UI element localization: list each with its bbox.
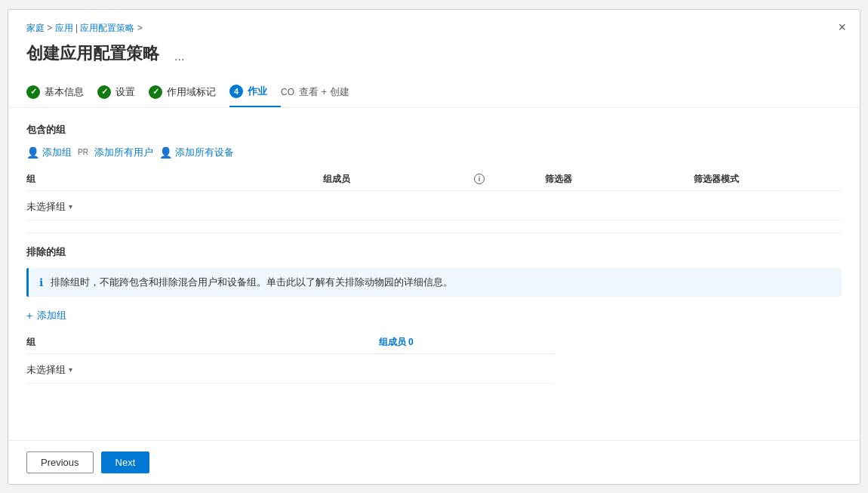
page-title: 创建应用配置策略: [26, 42, 159, 65]
step-label-scope: 作用域标记: [167, 85, 216, 99]
ex-col-members[interactable]: 组成员 0: [379, 336, 555, 349]
ellipsis-menu[interactable]: ...: [174, 50, 184, 63]
modal-footer: Previous Next: [8, 440, 860, 484]
excluded-section-title: 排除的组: [26, 245, 842, 259]
action-separator-1: PR: [78, 148, 88, 156]
excluded-group-dropdown[interactable]: 未选择组: [26, 363, 379, 377]
info-icon: ℹ: [39, 276, 43, 288]
info-box-text: 排除组时，不能跨包含和排除混合用户和设备组。单击此以了解有关排除动物园的详细信息…: [51, 276, 453, 289]
person-icon-2: 👤: [159, 146, 172, 159]
step-label-basic: 基本信息: [45, 85, 84, 99]
breadcrumb-policy[interactable]: 应用配置策略: [80, 23, 134, 33]
breadcrumb-sep1: >: [47, 23, 54, 33]
included-actions: 👤 添加组 PR 添加所有用户 👤 添加所有设备: [26, 146, 842, 159]
excluded-table-header: 组 组成员 0: [26, 331, 555, 354]
included-group-dropdown[interactable]: 未选择组: [26, 200, 323, 214]
step-number-assignments: 4: [229, 85, 243, 98]
excluded-add-group-label: 添加组: [37, 309, 66, 322]
section-divider: [26, 233, 842, 233]
included-section-title: 包含的组: [26, 123, 842, 137]
step-assignments[interactable]: 4 作业: [229, 77, 281, 107]
step-settings[interactable]: 设置: [97, 78, 149, 106]
add-all-devices-link[interactable]: 添加所有设备: [175, 146, 234, 159]
breadcrumb-app[interactable]: 应用: [55, 23, 73, 33]
col-filter: 筛选器: [545, 173, 693, 186]
included-table-row: 未选择组: [26, 194, 842, 220]
members-info-icon[interactable]: i: [474, 174, 485, 184]
next-button[interactable]: Next: [101, 451, 150, 473]
col-info: i: [471, 173, 545, 186]
create-policy-modal: 家庭 > 应用 | 应用配置策略 > 创建应用配置策略 ... × 基本信息 设…: [8, 9, 860, 485]
excluded-add-group-btn[interactable]: + 添加组: [26, 309, 842, 322]
step-label-review: 查看 + 创建: [299, 85, 349, 99]
excluded-table-row: 未选择组: [26, 357, 555, 384]
step-prefix-review: CO: [281, 87, 294, 97]
modal-content: 包含的组 👤 添加组 PR 添加所有用户 👤 添加所有设备 组 组成员 i 筛选…: [8, 108, 860, 440]
exclusion-info-box: ℹ 排除组时，不能跨包含和排除混合用户和设备组。单击此以了解有关排除动物园的详细…: [26, 268, 842, 297]
step-label-assignments: 作业: [248, 85, 267, 98]
modal-header: 家庭 > 应用 | 应用配置策略 > 创建应用配置策略 ... ×: [8, 10, 860, 77]
breadcrumb-home[interactable]: 家庭: [26, 23, 45, 33]
breadcrumb-sep3: >: [137, 23, 143, 33]
step-check-icon-scope: [149, 85, 162, 99]
previous-button[interactable]: Previous: [26, 451, 94, 473]
excluded-groups-section: 排除的组 ℹ 排除组时，不能跨包含和排除混合用户和设备组。单击此以了解有关排除动…: [26, 245, 842, 384]
add-group-link[interactable]: 添加组: [42, 146, 72, 159]
add-all-users-link[interactable]: 添加所有用户: [94, 146, 153, 159]
col-filter-mode: 筛选器模式: [694, 173, 842, 186]
person-icon: 👤: [26, 146, 39, 159]
step-basic[interactable]: 基本信息: [26, 78, 97, 106]
col-members: 组成员: [323, 173, 471, 186]
ex-col-group: 组: [26, 336, 379, 349]
step-check-icon-settings: [97, 85, 111, 99]
close-button[interactable]: ×: [838, 20, 846, 34]
breadcrumb: 家庭 > 应用 | 应用配置策略 >: [26, 22, 842, 35]
col-group: 组: [26, 173, 323, 186]
add-icon: +: [26, 310, 32, 322]
included-table-header: 组 组成员 i 筛选器 筛选器模式: [26, 168, 842, 191]
included-groups-section: 包含的组 👤 添加组 PR 添加所有用户 👤 添加所有设备 组 组成员 i 筛选…: [26, 123, 842, 220]
steps-bar: 基本信息 设置 作用域标记 4 作业 CO 查看 + 创建: [8, 77, 860, 108]
step-review[interactable]: CO 查看 + 创建: [281, 78, 363, 106]
step-scope[interactable]: 作用域标记: [149, 78, 229, 106]
step-label-settings: 设置: [115, 85, 135, 99]
step-check-icon-basic: [26, 85, 40, 99]
